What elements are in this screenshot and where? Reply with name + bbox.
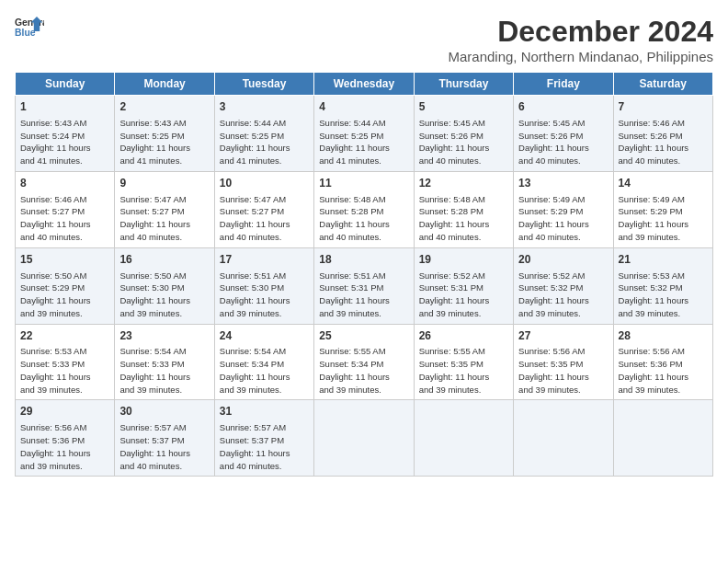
calendar-week-3: 15Sunrise: 5:50 AM Sunset: 5:29 PM Dayli… bbox=[16, 247, 713, 324]
day-header-friday: Friday bbox=[514, 73, 613, 96]
calendar-week-5: 29Sunrise: 5:56 AM Sunset: 5:36 PM Dayli… bbox=[16, 400, 713, 477]
day-number: 20 bbox=[518, 252, 608, 268]
day-info: Sunrise: 5:48 AM Sunset: 5:28 PM Dayligh… bbox=[319, 193, 408, 244]
day-header-thursday: Thursday bbox=[414, 73, 513, 96]
calendar-cell bbox=[514, 400, 613, 477]
day-number: 23 bbox=[119, 328, 209, 344]
calendar-cell: 4Sunrise: 5:44 AM Sunset: 5:25 PM Daylig… bbox=[314, 96, 414, 172]
calendar-cell: 3Sunrise: 5:44 AM Sunset: 5:25 PM Daylig… bbox=[214, 96, 313, 172]
day-number: 28 bbox=[619, 328, 708, 344]
day-info: Sunrise: 5:56 AM Sunset: 5:35 PM Dayligh… bbox=[518, 345, 608, 396]
calendar-cell: 15Sunrise: 5:50 AM Sunset: 5:29 PM Dayli… bbox=[16, 247, 115, 324]
calendar-cell: 7Sunrise: 5:46 AM Sunset: 5:26 PM Daylig… bbox=[613, 96, 712, 172]
day-info: Sunrise: 5:47 AM Sunset: 5:27 PM Dayligh… bbox=[220, 193, 309, 244]
day-number: 12 bbox=[419, 176, 508, 191]
day-info: Sunrise: 5:53 AM Sunset: 5:33 PM Dayligh… bbox=[20, 345, 109, 396]
calendar-cell: 20Sunrise: 5:52 AM Sunset: 5:32 PM Dayli… bbox=[514, 247, 613, 324]
day-header-saturday: Saturday bbox=[613, 73, 712, 96]
day-number: 31 bbox=[220, 404, 309, 419]
day-info: Sunrise: 5:54 AM Sunset: 5:34 PM Dayligh… bbox=[220, 345, 309, 396]
day-number: 2 bbox=[119, 99, 209, 115]
calendar-cell: 19Sunrise: 5:52 AM Sunset: 5:31 PM Dayli… bbox=[414, 247, 513, 324]
calendar-cell: 30Sunrise: 5:57 AM Sunset: 5:37 PM Dayli… bbox=[115, 400, 214, 477]
day-header-monday: Monday bbox=[115, 73, 214, 96]
calendar-cell: 12Sunrise: 5:48 AM Sunset: 5:28 PM Dayli… bbox=[414, 171, 513, 247]
day-info: Sunrise: 5:56 AM Sunset: 5:36 PM Dayligh… bbox=[619, 345, 708, 396]
day-info: Sunrise: 5:52 AM Sunset: 5:31 PM Dayligh… bbox=[419, 270, 508, 320]
calendar-cell: 16Sunrise: 5:50 AM Sunset: 5:30 PM Dayli… bbox=[115, 247, 214, 324]
day-info: Sunrise: 5:51 AM Sunset: 5:30 PM Dayligh… bbox=[220, 270, 309, 320]
day-number: 4 bbox=[319, 99, 408, 115]
day-info: Sunrise: 5:57 AM Sunset: 5:37 PM Dayligh… bbox=[119, 421, 209, 472]
day-info: Sunrise: 5:52 AM Sunset: 5:32 PM Dayligh… bbox=[518, 270, 608, 320]
calendar-cell: 9Sunrise: 5:47 AM Sunset: 5:27 PM Daylig… bbox=[115, 171, 214, 247]
calendar-cell: 24Sunrise: 5:54 AM Sunset: 5:34 PM Dayli… bbox=[214, 324, 313, 400]
day-info: Sunrise: 5:44 AM Sunset: 5:25 PM Dayligh… bbox=[319, 117, 408, 167]
title-area: December 2024 Maranding, Northern Mindan… bbox=[448, 15, 713, 64]
day-number: 25 bbox=[319, 328, 408, 344]
day-number: 17 bbox=[220, 252, 309, 268]
calendar-week-4: 22Sunrise: 5:53 AM Sunset: 5:33 PM Dayli… bbox=[16, 324, 713, 400]
calendar-cell: 1Sunrise: 5:43 AM Sunset: 5:24 PM Daylig… bbox=[16, 96, 115, 172]
day-number: 21 bbox=[619, 252, 708, 268]
calendar-cell: 22Sunrise: 5:53 AM Sunset: 5:33 PM Dayli… bbox=[16, 324, 115, 400]
day-info: Sunrise: 5:57 AM Sunset: 5:37 PM Dayligh… bbox=[220, 421, 309, 472]
calendar-cell: 18Sunrise: 5:51 AM Sunset: 5:31 PM Dayli… bbox=[314, 247, 414, 324]
day-number: 8 bbox=[20, 176, 109, 191]
day-info: Sunrise: 5:53 AM Sunset: 5:32 PM Dayligh… bbox=[619, 270, 708, 320]
calendar-week-2: 8Sunrise: 5:46 AM Sunset: 5:27 PM Daylig… bbox=[16, 171, 713, 247]
day-number: 10 bbox=[220, 176, 309, 191]
day-number: 27 bbox=[518, 328, 608, 344]
day-number: 7 bbox=[619, 99, 708, 115]
day-number: 14 bbox=[619, 176, 708, 191]
calendar-cell: 5Sunrise: 5:45 AM Sunset: 5:26 PM Daylig… bbox=[414, 96, 513, 172]
day-number: 22 bbox=[20, 328, 109, 344]
day-number: 18 bbox=[319, 252, 408, 268]
calendar-cell: 28Sunrise: 5:56 AM Sunset: 5:36 PM Dayli… bbox=[613, 324, 712, 400]
day-info: Sunrise: 5:50 AM Sunset: 5:30 PM Dayligh… bbox=[119, 270, 209, 320]
day-info: Sunrise: 5:47 AM Sunset: 5:27 PM Dayligh… bbox=[119, 193, 209, 244]
logo: General Blue bbox=[15, 15, 44, 40]
day-info: Sunrise: 5:51 AM Sunset: 5:31 PM Dayligh… bbox=[319, 270, 408, 320]
day-info: Sunrise: 5:45 AM Sunset: 5:26 PM Dayligh… bbox=[518, 117, 608, 167]
day-number: 24 bbox=[220, 328, 309, 344]
day-info: Sunrise: 5:49 AM Sunset: 5:29 PM Dayligh… bbox=[619, 193, 708, 244]
day-number: 19 bbox=[419, 252, 508, 268]
day-info: Sunrise: 5:56 AM Sunset: 5:36 PM Dayligh… bbox=[20, 421, 109, 472]
day-info: Sunrise: 5:49 AM Sunset: 5:29 PM Dayligh… bbox=[518, 193, 608, 244]
day-info: Sunrise: 5:55 AM Sunset: 5:35 PM Dayligh… bbox=[419, 345, 508, 396]
day-number: 1 bbox=[20, 99, 109, 115]
calendar-cell: 11Sunrise: 5:48 AM Sunset: 5:28 PM Dayli… bbox=[314, 171, 414, 247]
day-info: Sunrise: 5:55 AM Sunset: 5:34 PM Dayligh… bbox=[319, 345, 408, 396]
day-number: 6 bbox=[518, 99, 608, 115]
calendar-cell: 25Sunrise: 5:55 AM Sunset: 5:34 PM Dayli… bbox=[314, 324, 414, 400]
day-info: Sunrise: 5:43 AM Sunset: 5:25 PM Dayligh… bbox=[119, 117, 209, 167]
day-number: 26 bbox=[419, 328, 508, 344]
calendar-cell bbox=[314, 400, 414, 477]
day-info: Sunrise: 5:46 AM Sunset: 5:27 PM Dayligh… bbox=[20, 193, 109, 244]
calendar-cell bbox=[414, 400, 513, 477]
day-number: 15 bbox=[20, 252, 109, 268]
calendar-cell: 6Sunrise: 5:45 AM Sunset: 5:26 PM Daylig… bbox=[514, 96, 613, 172]
day-header-wednesday: Wednesday bbox=[314, 73, 414, 96]
day-info: Sunrise: 5:50 AM Sunset: 5:29 PM Dayligh… bbox=[20, 270, 109, 320]
svg-text:Blue: Blue bbox=[15, 28, 36, 38]
calendar-cell: 29Sunrise: 5:56 AM Sunset: 5:36 PM Dayli… bbox=[16, 400, 115, 477]
month-title: December 2024 bbox=[448, 15, 713, 49]
calendar-cell: 14Sunrise: 5:49 AM Sunset: 5:29 PM Dayli… bbox=[613, 171, 712, 247]
day-number: 9 bbox=[119, 176, 209, 191]
day-number: 11 bbox=[319, 176, 408, 191]
day-number: 30 bbox=[119, 404, 209, 419]
calendar-cell: 10Sunrise: 5:47 AM Sunset: 5:27 PM Dayli… bbox=[214, 171, 313, 247]
calendar: SundayMondayTuesdayWednesdayThursdayFrid… bbox=[15, 72, 713, 477]
calendar-cell bbox=[613, 400, 712, 477]
calendar-header-row: SundayMondayTuesdayWednesdayThursdayFrid… bbox=[16, 73, 713, 96]
calendar-cell: 21Sunrise: 5:53 AM Sunset: 5:32 PM Dayli… bbox=[613, 247, 712, 324]
calendar-cell: 23Sunrise: 5:54 AM Sunset: 5:33 PM Dayli… bbox=[115, 324, 214, 400]
day-number: 5 bbox=[419, 99, 508, 115]
day-number: 3 bbox=[220, 99, 309, 115]
logo-icon: General Blue bbox=[15, 15, 44, 40]
day-info: Sunrise: 5:44 AM Sunset: 5:25 PM Dayligh… bbox=[220, 117, 309, 167]
day-number: 29 bbox=[20, 404, 109, 419]
calendar-cell: 27Sunrise: 5:56 AM Sunset: 5:35 PM Dayli… bbox=[514, 324, 613, 400]
